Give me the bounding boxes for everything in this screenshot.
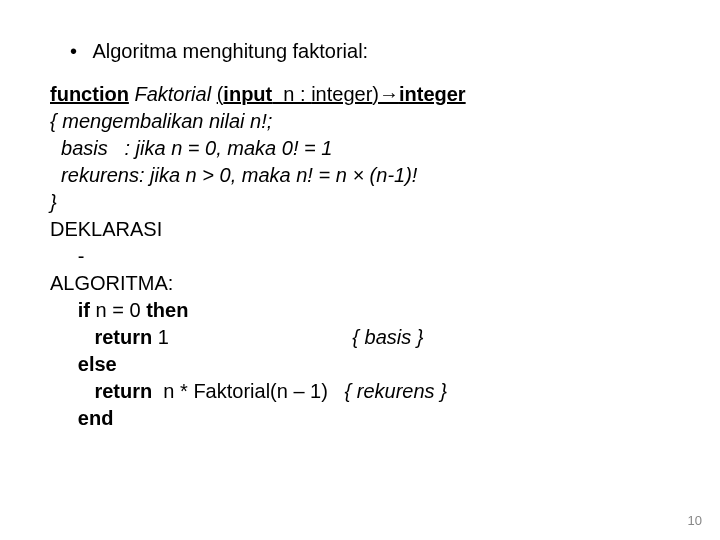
line-if: if n = 0 then <box>50 297 670 324</box>
bullet-dot-icon: • <box>70 40 88 63</box>
param-mid: n : <box>272 83 311 105</box>
page-number: 10 <box>688 513 702 528</box>
kw-then: then <box>146 299 188 321</box>
times-icon: × <box>352 164 364 186</box>
comment-4: } <box>50 189 670 216</box>
comment-3: rekurens: jika n > 0, maka n! = n × (n-1… <box>50 162 670 189</box>
deklarasi-dash: - <box>50 243 670 270</box>
kw-end: end <box>78 407 114 429</box>
indent <box>50 326 94 348</box>
arrow-icon: → <box>379 83 399 105</box>
comment-basis: { basis } <box>352 326 423 348</box>
algoritma-label: ALGORITMA: <box>50 270 670 297</box>
slide-bullet: • Algoritma menghitung faktorial: <box>70 40 670 63</box>
ret-val: 1 <box>152 326 352 348</box>
indent <box>50 353 78 375</box>
deklarasi-label: DEKLARASI <box>50 216 670 243</box>
bullet-text: Algoritma menghitung faktorial: <box>92 40 368 62</box>
indent <box>50 407 78 429</box>
line-end: end <box>50 405 670 432</box>
rparen: ) <box>372 83 379 105</box>
code-block: function Faktorial (input n : integer)→i… <box>50 81 670 432</box>
line-return-1: return 1 { basis } <box>50 324 670 351</box>
type-int2: integer <box>399 83 466 105</box>
type-int1: integer <box>311 83 372 105</box>
kw-else: else <box>78 353 117 375</box>
indent <box>50 299 78 321</box>
cond: n = 0 <box>90 299 146 321</box>
comment-3b: (n-1)! <box>364 164 417 186</box>
signature-line: function Faktorial (input n : integer)→i… <box>50 81 670 108</box>
comment-rekurens: { rekurens } <box>345 380 447 402</box>
kw-function: function <box>50 83 129 105</box>
kw-input: input <box>223 83 272 105</box>
kw-return: return <box>94 326 152 348</box>
kw-return: return <box>94 380 152 402</box>
comment-2: basis : jika n = 0, maka 0! = 1 <box>50 135 670 162</box>
comment-1: { mengembalikan nilai n!; <box>50 108 670 135</box>
indent <box>50 380 94 402</box>
comment-3a: rekurens: jika n > 0, maka n! = n <box>50 164 352 186</box>
ret-expr: n * Faktorial(n – 1) <box>152 380 344 402</box>
line-else: else <box>50 351 670 378</box>
line-return-2: return n * Faktorial(n – 1) { rekurens } <box>50 378 670 405</box>
kw-if: if <box>78 299 90 321</box>
func-name: Faktorial <box>129 83 217 105</box>
